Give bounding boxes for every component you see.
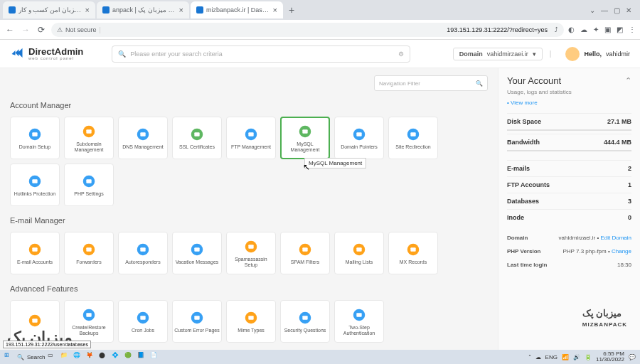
browser-tab-active[interactable]: mizbanpack.ir | Dashboard × (191, 1, 283, 18)
cloud-icon[interactable]: ☁ (535, 354, 541, 360)
tile-mime-types[interactable]: Mime Types (226, 300, 276, 343)
task-view-icon[interactable]: ▭ (48, 352, 58, 362)
tile-mysql-management[interactable]: MySQL Management (280, 117, 330, 159)
lock-icon (27, 173, 43, 189)
search-input[interactable]: 🔍 Please enter your search criteria ⚙ (112, 46, 410, 63)
start-icon[interactable]: ⊞ (4, 352, 14, 362)
tab-close-icon[interactable]: × (179, 6, 183, 14)
tile-domain-pointers[interactable]: Domain Pointers (334, 117, 384, 159)
app-icon[interactable]: 📘 (137, 352, 147, 362)
tile-spamassassin-setup[interactable]: Spamassassin Setup (226, 232, 276, 274)
tile-subdomain-management[interactable]: Subdomain Management (64, 117, 114, 159)
tile-php-settings[interactable]: PHP Settings (64, 164, 114, 206)
tile-spam-filters[interactable]: SPAM Filters (280, 232, 330, 274)
chevron-up-icon[interactable]: ⌃ (625, 76, 631, 85)
app-icon[interactable]: 💠 (112, 352, 122, 362)
extensions-icon[interactable]: ✦ (593, 26, 599, 33)
taskbar-search-label[interactable]: Search (27, 354, 45, 360)
count-row[interactable]: Databases3 (507, 193, 631, 209)
tile-label: Site Redirection (395, 144, 430, 150)
lang-indicator[interactable]: ENG (545, 354, 558, 360)
mime-icon (243, 310, 259, 326)
logo[interactable]: DirectAdmin web control panel (10, 47, 83, 61)
extension-icon[interactable]: ☁ (580, 26, 587, 33)
maximize-icon[interactable]: ▢ (614, 6, 620, 14)
info-action-link[interactable]: Change (612, 248, 631, 255)
count-row[interactable]: FTP Accounts1 (507, 176, 631, 193)
user-menu[interactable]: Hello, vahidmir (565, 47, 630, 61)
tile-domain-setup[interactable]: Domain Setup (10, 117, 60, 159)
tile-mx-records[interactable]: MX Records (388, 232, 438, 274)
profile-icon[interactable]: ◩ (617, 26, 623, 33)
browser-tab[interactable]: anpack | ناحیه کاربری - میزبان پک × (97, 1, 189, 18)
firefox-icon[interactable]: 🦊 (86, 352, 96, 362)
count-row[interactable]: Inode0 (507, 209, 631, 225)
app-icon[interactable]: 📄 (150, 352, 160, 362)
tile-cron-jobs[interactable]: Cron Jobs (118, 300, 168, 343)
tile-ssl-certificates[interactable]: SSL Certificates (172, 117, 222, 159)
svg-rect-15 (410, 132, 415, 136)
explorer-icon[interactable]: 📁 (60, 352, 70, 362)
search-icon: 🔍 (118, 50, 126, 58)
back-icon[interactable]: ← (4, 25, 16, 35)
mx-icon (405, 242, 421, 257)
chevron-up-icon[interactable]: ˄ (528, 354, 531, 360)
tile-ftp-management[interactable]: FTP Management (226, 117, 276, 159)
app-icon[interactable]: 🟢 (124, 352, 134, 362)
url-field[interactable]: ⚠ Not secure | 193.151.129.31:2222/?redi… (51, 23, 564, 37)
tile-label: Subdomain Management (66, 141, 112, 152)
search-icon[interactable]: 🔍 (17, 354, 24, 360)
tile-custom-error-pages[interactable]: Custom Error Pages (172, 300, 222, 343)
tab-title: mizbanpack.ir | Dashboard (206, 6, 270, 14)
browser-tab[interactable]: میزبان پک | میزبان امن کسب و کار × (3, 1, 95, 18)
count-label: Databases (507, 198, 539, 205)
tile-autoresponders[interactable]: Autoresponders (118, 232, 168, 274)
nav-filter-input[interactable]: Navigation Filter 🔍 (374, 75, 488, 91)
tile-site-redirection[interactable]: Site Redirection (388, 117, 438, 159)
tile-forwarders[interactable]: Forwarders (64, 232, 114, 274)
volume-icon[interactable]: 🔊 (573, 354, 580, 360)
tab-close-icon[interactable]: × (273, 6, 277, 14)
tile-label: MySQL Management (283, 141, 327, 152)
notifications-icon[interactable]: 💬 (629, 354, 636, 360)
spamassassin-icon (243, 239, 259, 255)
reload-icon[interactable]: ⟳ (36, 25, 47, 35)
svg-rect-49 (356, 313, 361, 317)
tile-security-questions[interactable]: Security Questions (280, 300, 330, 343)
tile-vacation-messages[interactable]: Vacation Messages (172, 232, 222, 274)
chevron-down-icon[interactable]: ⌄ (590, 6, 595, 14)
tile-e-mail-accounts[interactable]: E-mail Accounts (10, 232, 60, 274)
tile-hotlinks-protection[interactable]: Hotlinks Protection (10, 164, 60, 206)
stat-label: Bandwidth (507, 139, 540, 146)
extension-icon[interactable]: ◐ (568, 26, 575, 33)
chrome-icon[interactable]: ⬤ (99, 352, 109, 362)
bookmark-icon[interactable]: ▣ (604, 26, 611, 33)
forward-icon[interactable]: → (20, 25, 31, 35)
domain-selector[interactable]: Domain vahidmirzaei.ir ▾ (453, 48, 543, 60)
share-icon[interactable]: ⤴ (555, 26, 558, 33)
edge-icon[interactable]: 🌐 (73, 352, 83, 362)
tile-two-step-authentication[interactable]: Two-Step Authentication (334, 300, 384, 343)
new-tab-button[interactable]: + (284, 4, 299, 16)
tab-close-icon[interactable]: × (85, 6, 90, 14)
twostep-icon (351, 307, 367, 323)
view-more-link[interactable]: • View more (507, 100, 631, 106)
close-icon[interactable]: ✕ (626, 6, 631, 14)
lists-icon (351, 242, 367, 257)
info-action-link[interactable]: Edit Domain (600, 235, 631, 241)
count-row[interactable]: E-mails2 (507, 160, 631, 176)
svg-rect-11 (302, 129, 307, 134)
minimize-icon[interactable]: — (601, 6, 608, 14)
menu-icon[interactable]: ⋮ (629, 26, 636, 33)
clock-date[interactable]: 11/30/2022 (596, 357, 624, 363)
svg-rect-13 (356, 132, 361, 136)
mail-icon (27, 242, 43, 257)
tile-mailing-lists[interactable]: Mailing Lists (334, 232, 384, 274)
gear-icon[interactable]: ⚙ (398, 50, 404, 58)
wifi-icon[interactable]: 📶 (562, 354, 569, 360)
battery-icon[interactable]: 🔋 (585, 354, 592, 360)
info-row: Domainvahidmirzaei.ir • Edit Domain (507, 231, 631, 245)
tile-dns-management[interactable]: DNS Management (118, 117, 168, 159)
chevron-down-icon: ▾ (533, 50, 536, 58)
svg-rect-41 (140, 316, 145, 320)
